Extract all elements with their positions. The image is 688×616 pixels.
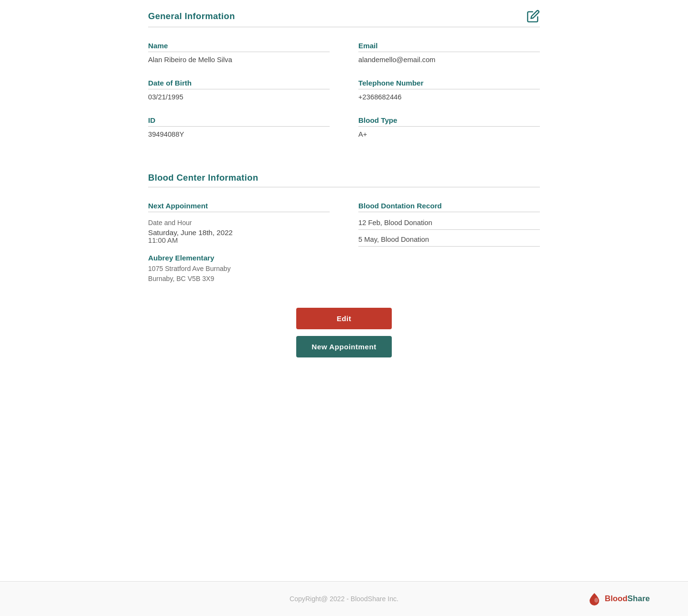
name-field: Name Alan Ribeiro de Mello Silva	[148, 42, 330, 64]
general-info-header: General Information	[148, 10, 540, 27]
phone-value: +2368682446	[358, 93, 540, 101]
blood-type-field: Blood Type A+	[358, 116, 540, 138]
donation-record-label: Blood Dontation Record	[358, 202, 540, 212]
date-hour-label: Date and Hour	[148, 219, 330, 227]
svg-point-0	[594, 598, 598, 603]
buttons-row: Edit New Appointment	[148, 308, 540, 357]
footer-copyright: CopyRight@ 2022 - BloodShare Inc.	[290, 595, 398, 603]
next-appointment-label: Next Appoinment	[148, 202, 330, 212]
donation-entry-1: 12 Feb, Blood Donation	[358, 219, 540, 230]
id-value: 39494088Y	[148, 130, 330, 138]
edit-button[interactable]: Edit	[296, 308, 392, 329]
dob-value: 03/21/1995	[148, 93, 330, 101]
dob-label: Date of Birth	[148, 79, 330, 89]
footer-logo-share: Share	[627, 594, 650, 603]
blood-center-title: Blood Center Information	[148, 173, 258, 183]
footer: CopyRight@ 2022 - BloodShare Inc. BloodS…	[0, 581, 688, 616]
location-address-line1: 1075 Stratford Ave Burnaby	[148, 264, 330, 274]
general-info-title: General Information	[148, 11, 235, 22]
dob-field: Date of Birth 03/21/1995	[148, 79, 330, 101]
donation-entry-2: 5 May, Blood Donation	[358, 236, 540, 247]
appointment-date: Saturday, June 18th, 2022	[148, 228, 330, 237]
name-label: Name	[148, 42, 330, 52]
blood-type-label: Blood Type	[358, 116, 540, 127]
location-address-line2: Burnaby, BC V5B 3X9	[148, 274, 330, 284]
email-field: Email alandemello@email.com	[358, 42, 540, 64]
email-value: alandemello@email.com	[358, 56, 540, 64]
location-address: 1075 Stratford Ave Burnaby Burnaby, BC V…	[148, 264, 330, 284]
appointment-time: 11:00 AM	[148, 237, 330, 244]
new-appointment-button[interactable]: New Appointment	[296, 336, 392, 357]
phone-label: Telephone Number	[358, 79, 540, 89]
blood-type-value: A+	[358, 130, 540, 138]
footer-logo-blood: Blood	[605, 594, 628, 603]
phone-field: Telephone Number +2368682446	[358, 79, 540, 101]
footer-logo: BloodShare	[587, 591, 650, 606]
id-label: ID	[148, 116, 330, 127]
id-field: ID 39494088Y	[148, 116, 330, 138]
appointment-block: Next Appoinment Date and Hour Saturday, …	[148, 202, 330, 284]
email-label: Email	[358, 42, 540, 52]
edit-icon[interactable]	[527, 10, 540, 23]
blood-center-header: Blood Center Information	[148, 173, 540, 187]
bloodshare-logo-icon	[587, 591, 602, 606]
name-value: Alan Ribeiro de Mello Silva	[148, 56, 330, 64]
donation-record: Blood Dontation Record 12 Feb, Blood Don…	[358, 202, 540, 284]
general-info-grid: Name Alan Ribeiro de Mello Silva Email a…	[148, 42, 540, 153]
blood-center-section: Blood Center Information Next Appoinment…	[148, 173, 540, 284]
footer-logo-text: BloodShare	[605, 594, 650, 604]
blood-center-grid: Next Appoinment Date and Hour Saturday, …	[148, 202, 540, 284]
location-name: Aubrey Elementary	[148, 254, 330, 262]
